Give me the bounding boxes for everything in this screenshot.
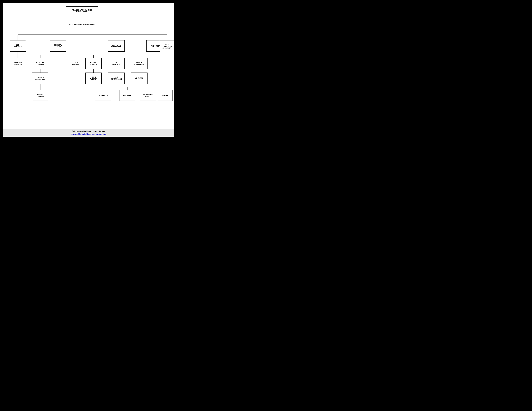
storeman-label: STOREMAN (98, 95, 108, 96)
credit-supervisor-label: CREDIT SUPERVISOR (134, 62, 144, 65)
night-auditor-node: NIGHT AUDITOR (86, 73, 102, 84)
footer: Bali Hospitality Professional Service ww… (3, 129, 174, 137)
asst-edp-manager-node: ASST. EDP MANAGER (10, 58, 26, 69)
outlet-cashier-node: OUTLET CASHIER (32, 90, 48, 101)
asst-financial-controller-label: ASST. FINANCIAL CONTROLLER (69, 24, 95, 26)
fb-controller-label: F&B CONTROLLER (111, 76, 122, 80)
income-auditor-label: INCOME AUDITOR (90, 62, 97, 65)
finance-controller-label: FINANCE & ACCOUNTING CONTROLLER (72, 9, 92, 13)
purchasing-manager-label: PURCHASING MANAGER (150, 44, 160, 48)
fb-controller-node: F&B CONTROLLER (108, 73, 125, 84)
general-cashier-label: GENERAL CASHIER (37, 62, 44, 65)
fa-controller-secretary-label: F & A CONTROLLER SECRETARY (162, 44, 172, 49)
accounting-supervisor-label: ACCOUNTING SUPERVISOR (111, 44, 121, 48)
outlet-cashier-label: OUTLET CASHIER (37, 94, 44, 97)
cost-control-label: COST CONTROL (112, 62, 120, 65)
cashier-supervisor-label: CASHIER SUPERVISOR (35, 76, 45, 80)
ar-clerk-label: A/R CLERK (135, 77, 143, 79)
fa-controller-secretary-node: F & A CONTROLLER SECRETARY (160, 40, 174, 52)
receiver-node: RECEIVER (119, 90, 135, 101)
income-auditor-node: INCOME AUDITOR (86, 58, 102, 69)
acct-payable-label: ACCT. PAYABLE (72, 62, 79, 65)
org-chart: FINANCE & ACCOUNTING CONTROLLER ASST. FI… (0, 0, 177, 140)
buyer-label: BUYER (162, 95, 168, 96)
receiver-label: RECEIVER (123, 95, 131, 96)
credit-supervisor-node: CREDIT SUPERVISOR (131, 58, 148, 69)
asst-edp-manager-label: ASST. EDP MANAGER (14, 62, 22, 65)
accounting-supervisor-node: ACCOUNTING SUPERVISOR (108, 40, 125, 52)
general-cashier-node: GENERAL CASHIER (32, 58, 48, 69)
general-ledger-node: GENERAL LEDGER (50, 40, 66, 52)
acct-payable-node: ACCT. PAYABLE (68, 58, 84, 69)
cost-control-node: COST CONTROL (108, 58, 125, 69)
ar-clerk-node: A/R CLERK (131, 73, 148, 84)
company-name: Bali Hospitality Professional Service (3, 130, 174, 132)
chart-container: FINANCE & ACCOUNTING CONTROLLER ASST. FI… (3, 3, 174, 129)
edp-manager-label: EDP MANAGER (14, 44, 22, 48)
asst-financial-controller-node: ASST. FINANCIAL CONTROLLER (66, 20, 98, 29)
purcasing-clerk-label: PURCASING CLERK (143, 94, 152, 97)
purcasing-clerk-node: PURCASING CLERK (140, 90, 156, 101)
edp-manager-node: EDP MANAGER (10, 40, 26, 52)
finance-controller-node: FINANCE & ACCOUNTING CONTROLLER (66, 6, 98, 15)
night-auditor-label: NIGHT AUDITOR (90, 76, 97, 80)
cashier-supervisor-node: CASHIER SUPERVISOR (32, 73, 48, 84)
storeman-node: STOREMAN (95, 90, 111, 101)
general-ledger-label: GENERAL LEDGER (54, 44, 62, 48)
buyer-node: BUYER (158, 90, 172, 101)
website-link[interactable]: www.balihospitalityservices.webs.com (71, 133, 106, 135)
